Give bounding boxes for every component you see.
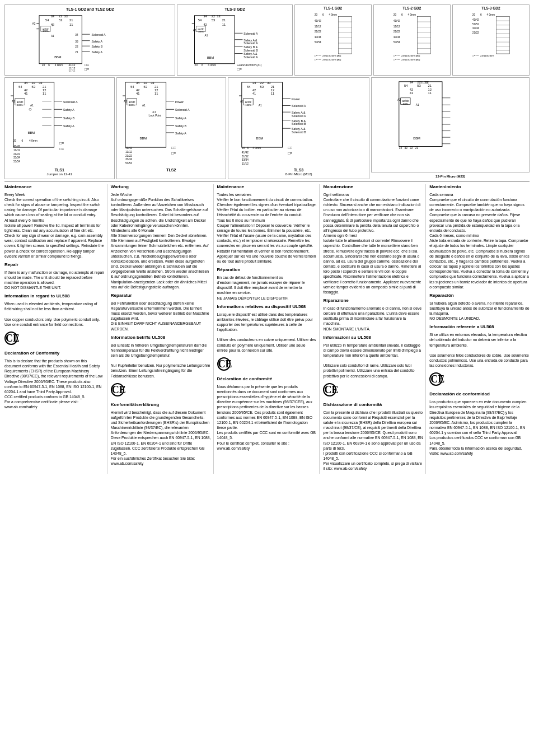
- svg-text:6: 6: [48, 64, 50, 67]
- wartung-de-body: Jede Woche Auf ordnungsgemäße Funktion d…: [111, 192, 211, 290]
- reparation-fr-body: En cas de défaut de fonctionnement ou d'…: [217, 275, 317, 301]
- svg-text:11/12: 11/12: [68, 67, 75, 70]
- svg-text:33: 33: [75, 40, 78, 43]
- svg-text:54: 54: [247, 85, 251, 88]
- svg-text:22: 22: [59, 15, 62, 18]
- svg-text:ac/dc: ac/dc: [198, 28, 205, 31]
- svg-rect-137: [13, 82, 54, 147]
- svg-text:53/54: 53/54: [314, 41, 321, 44]
- svg-text:Solenoid A: Solenoid A: [175, 108, 190, 111]
- reparacion-es-title: Reparación: [429, 293, 530, 299]
- svg-text:4 0mm: 4 0mm: [252, 147, 261, 150]
- ul508-it-body: Per utilizzo in temperature ambientali e…: [323, 343, 423, 379]
- reparatur-de-body: Bei Fehlfunktion oder Beschädigung dürfe…: [111, 301, 211, 332]
- svg-text:21: 21: [222, 18, 226, 22]
- svg-text:22: 22: [260, 81, 264, 84]
- svg-text:41: 41: [136, 92, 139, 95]
- svg-text:54: 54: [198, 18, 202, 22]
- svg-text:BBM: BBM: [28, 130, 35, 134]
- ul508-fr-body: Lorsque le dispositif est utilisé dans d…: [217, 312, 317, 353]
- riparazione-it-body: In caso di funzionamento anomalo o di da…: [323, 306, 423, 332]
- svg-text:A2: A2: [397, 98, 401, 101]
- svg-text:24/110/230V (A1): 24/110/230V (A1): [322, 59, 341, 62]
- ce-mark-it: CE: [323, 383, 336, 396]
- repair-en-title: Repair: [4, 262, 105, 268]
- svg-text:4 0mm: 4 0mm: [208, 64, 217, 67]
- ul508-de-title: Information betrffs UL508: [111, 335, 211, 341]
- svg-text:34: 34: [24, 81, 28, 84]
- svg-text:21/22: 21/22: [314, 30, 321, 33]
- svg-text:33/34: 33/34: [314, 36, 321, 39]
- svg-text:□= —: □= —: [314, 59, 321, 62]
- svg-text:4.0: 4.0: [152, 111, 156, 114]
- svg-text:21: 21: [69, 18, 73, 22]
- tls1-sublabel: Jumper on 12-41: [7, 172, 113, 177]
- svg-text:24/110/230V (A1): 24/110/230V (A1): [401, 59, 420, 62]
- diagram-row-2: 34 33 54 22 53 21 42 41 12 11 A2: [4, 77, 530, 179]
- svg-text:33/34: 33/34: [125, 158, 132, 161]
- svg-text:33: 33: [267, 81, 270, 84]
- svg-text:33/34: 33/34: [394, 36, 400, 39]
- svg-text:100%: 100%: [129, 103, 134, 106]
- svg-text:54: 54: [130, 85, 134, 88]
- svg-text:33/34: 33/34: [13, 156, 20, 159]
- manutenzione-it-title: Manutenzione: [323, 184, 423, 190]
- svg-text:20: 20: [195, 64, 198, 67]
- svg-text:Solenoid A: Solenoid A: [292, 114, 306, 117]
- diagram-tls3: 34 33 54 22 53 21 42 41 12 11 A2 ac/dc 1…: [228, 77, 369, 179]
- svg-text:41/42: 41/42: [68, 64, 75, 67]
- declaracion-es-body: Los productos que aparecen en este docum…: [429, 399, 530, 456]
- svg-text:Safety B: Safety B: [63, 116, 75, 119]
- diagram-tls3-title: TLS-3 GD2: [179, 7, 290, 12]
- svg-text:54: 54: [45, 18, 49, 22]
- svg-text:34: 34: [410, 80, 414, 83]
- svg-text:□=: □=: [237, 67, 242, 71]
- svg-text:Solenoid A: Solenoid A: [63, 100, 78, 103]
- svg-text:BBM: BBM: [139, 136, 147, 139]
- svg-text:53: 53: [143, 85, 147, 88]
- svg-text:33: 33: [151, 81, 154, 84]
- svg-text:53/54: 53/54: [394, 41, 400, 44]
- svg-text:11: 11: [271, 92, 274, 95]
- tls3-micro-sublabel: 12-Pin Micro (M23): [371, 175, 530, 179]
- svg-text:A1: A1: [205, 34, 208, 37]
- svg-text:11/12: 11/12: [125, 150, 132, 153]
- svg-text:34: 34: [136, 81, 140, 84]
- ce-mark-en: CE: [4, 332, 18, 345]
- svg-text:Solenoid A: Solenoid A: [292, 104, 306, 108]
- svg-text:33: 33: [217, 15, 221, 18]
- svg-text:11: 11: [428, 91, 432, 95]
- svg-text:34: 34: [399, 147, 402, 150]
- svg-text:A1: A1: [416, 104, 419, 106]
- svg-text:6: 6: [247, 147, 249, 150]
- svg-text:Safety A: Safety A: [175, 116, 186, 119]
- svg-text:11/12: 11/12: [242, 162, 249, 165]
- svg-text:53: 53: [59, 18, 62, 22]
- col-french: Maintenance Toutes les semaines Vérifier…: [215, 184, 320, 474]
- ul508-en-body: When used in elevated ambients, temperat…: [4, 301, 105, 327]
- tls3-sublabel: 8-Pin Micro (M12): [230, 172, 367, 177]
- svg-rect-258: [399, 81, 442, 146]
- page: TLS-1 GD2 and TLS2 GD2 34 33 54 22 53 21…: [0, 0, 534, 478]
- svg-text:53: 53: [260, 85, 264, 88]
- svg-text:41: 41: [410, 91, 413, 95]
- svg-text:21: 21: [415, 147, 419, 150]
- konformitat-de-title: Konformitätserklärung: [111, 402, 211, 408]
- svg-text:53/54: 53/54: [125, 162, 132, 165]
- manutenzione-it-body: Ogni settimana Controllare che il circui…: [323, 192, 423, 295]
- maintenance-fr-title: Maintenance: [217, 184, 317, 190]
- svg-text:6: 6: [401, 13, 403, 16]
- svg-text:100%: 100%: [403, 103, 409, 105]
- ul508-de-body: Bei Einsatz in höheren Umgebungstemperat…: [111, 343, 211, 379]
- svg-text:□=: □=: [171, 146, 176, 150]
- svg-text:□=: □=: [85, 63, 89, 67]
- svg-text:53/54: 53/54: [13, 160, 20, 163]
- svg-text:11: 11: [43, 92, 46, 95]
- tls1-label: TLS1: [7, 167, 113, 172]
- svg-text:53: 53: [417, 84, 420, 87]
- col-spanish: Mantenimiento Cada semana Compruebe que …: [427, 184, 530, 474]
- svg-text:4 0mm: 4 0mm: [29, 139, 38, 142]
- col-german: Wartung Jede Woche Auf ordnungsgemäße Fu…: [109, 184, 214, 474]
- svg-text:Solenoid A: Solenoid A: [92, 33, 106, 36]
- svg-text:11/12: 11/12: [394, 25, 400, 28]
